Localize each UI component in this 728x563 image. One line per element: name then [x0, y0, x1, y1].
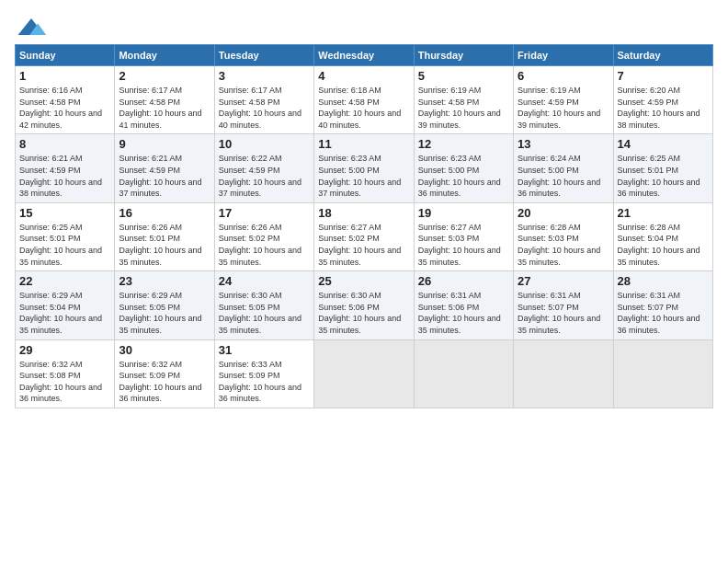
day-info: Sunrise: 6:23 AMSunset: 5:00 PMDaylight:… — [418, 153, 509, 199]
calendar-cell: 26Sunrise: 6:31 AMSunset: 5:06 PMDayligh… — [414, 271, 513, 339]
day-info: Sunrise: 6:32 AMSunset: 5:09 PMDaylight:… — [119, 359, 210, 405]
day-number: 31 — [219, 343, 310, 357]
weekday-header-sunday: Sunday — [16, 45, 115, 66]
day-info: Sunrise: 6:17 AMSunset: 4:58 PMDaylight:… — [119, 85, 210, 131]
calendar-cell — [314, 339, 414, 408]
calendar-cell: 13Sunrise: 6:24 AMSunset: 5:00 PMDayligh… — [514, 134, 613, 202]
calendar-cell: 15Sunrise: 6:25 AMSunset: 5:01 PMDayligh… — [16, 202, 115, 270]
calendar-cell: 28Sunrise: 6:31 AMSunset: 5:07 PMDayligh… — [613, 271, 712, 339]
weekday-header-friday: Friday — [514, 45, 613, 66]
calendar-cell: 9Sunrise: 6:21 AMSunset: 4:59 PMDaylight… — [115, 134, 214, 202]
day-number: 30 — [119, 343, 210, 357]
calendar-cell: 17Sunrise: 6:26 AMSunset: 5:02 PMDayligh… — [214, 202, 313, 270]
calendar-week-4: 22Sunrise: 6:29 AMSunset: 5:04 PMDayligh… — [16, 271, 713, 339]
calendar-cell: 7Sunrise: 6:20 AMSunset: 4:59 PMDaylight… — [613, 66, 712, 134]
day-info: Sunrise: 6:26 AMSunset: 5:01 PMDaylight:… — [119, 222, 210, 268]
calendar-cell: 29Sunrise: 6:32 AMSunset: 5:08 PMDayligh… — [16, 339, 115, 408]
day-info: Sunrise: 6:19 AMSunset: 4:59 PMDaylight:… — [518, 85, 609, 131]
day-number: 5 — [418, 69, 509, 83]
day-number: 17 — [219, 206, 310, 220]
calendar-cell: 21Sunrise: 6:28 AMSunset: 5:04 PMDayligh… — [613, 202, 712, 270]
day-number: 2 — [119, 69, 210, 83]
day-info: Sunrise: 6:31 AMSunset: 5:07 PMDaylight:… — [618, 290, 709, 336]
calendar-cell: 27Sunrise: 6:31 AMSunset: 5:07 PMDayligh… — [514, 271, 613, 339]
day-number: 20 — [518, 206, 609, 220]
day-info: Sunrise: 6:22 AMSunset: 4:59 PMDaylight:… — [219, 153, 310, 199]
day-number: 28 — [618, 274, 709, 288]
day-info: Sunrise: 6:28 AMSunset: 5:04 PMDaylight:… — [618, 222, 709, 268]
weekday-header-tuesday: Tuesday — [214, 45, 313, 66]
logo — [15, 15, 51, 40]
day-number: 9 — [119, 137, 210, 151]
calendar-body: 1Sunrise: 6:16 AMSunset: 4:58 PMDaylight… — [16, 66, 713, 408]
day-info: Sunrise: 6:26 AMSunset: 5:02 PMDaylight:… — [219, 222, 310, 268]
calendar-table: SundayMondayTuesdayWednesdayThursdayFrid… — [15, 44, 713, 408]
day-number: 11 — [318, 137, 409, 151]
day-number: 19 — [418, 206, 509, 220]
day-info: Sunrise: 6:19 AMSunset: 4:58 PMDaylight:… — [418, 85, 509, 131]
day-number: 18 — [318, 206, 409, 220]
calendar-cell: 5Sunrise: 6:19 AMSunset: 4:58 PMDaylight… — [414, 66, 513, 134]
calendar-cell — [414, 339, 513, 408]
calendar-week-1: 1Sunrise: 6:16 AMSunset: 4:58 PMDaylight… — [16, 66, 713, 134]
day-number: 25 — [318, 274, 409, 288]
calendar-cell: 3Sunrise: 6:17 AMSunset: 4:58 PMDaylight… — [214, 66, 313, 134]
day-info: Sunrise: 6:20 AMSunset: 4:59 PMDaylight:… — [618, 85, 709, 131]
calendar-cell: 4Sunrise: 6:18 AMSunset: 4:58 PMDaylight… — [314, 66, 414, 134]
calendar-cell: 19Sunrise: 6:27 AMSunset: 5:03 PMDayligh… — [414, 202, 513, 270]
day-info: Sunrise: 6:31 AMSunset: 5:06 PMDaylight:… — [418, 290, 509, 336]
day-number: 4 — [318, 69, 409, 83]
calendar-cell: 6Sunrise: 6:19 AMSunset: 4:59 PMDaylight… — [514, 66, 613, 134]
day-number: 24 — [219, 274, 310, 288]
calendar-cell: 22Sunrise: 6:29 AMSunset: 5:04 PMDayligh… — [16, 271, 115, 339]
day-number: 10 — [219, 137, 310, 151]
day-number: 8 — [19, 137, 110, 151]
day-info: Sunrise: 6:31 AMSunset: 5:07 PMDaylight:… — [518, 290, 609, 336]
calendar-cell: 23Sunrise: 6:29 AMSunset: 5:05 PMDayligh… — [115, 271, 214, 339]
day-info: Sunrise: 6:32 AMSunset: 5:08 PMDaylight:… — [19, 359, 110, 405]
day-number: 16 — [119, 206, 210, 220]
weekday-header-monday: Monday — [115, 45, 214, 66]
calendar-cell: 20Sunrise: 6:28 AMSunset: 5:03 PMDayligh… — [514, 202, 613, 270]
weekday-header-thursday: Thursday — [414, 45, 513, 66]
day-number: 12 — [418, 137, 509, 151]
calendar-cell: 31Sunrise: 6:33 AMSunset: 5:09 PMDayligh… — [214, 339, 313, 408]
day-info: Sunrise: 6:29 AMSunset: 5:04 PMDaylight:… — [19, 290, 110, 336]
calendar-cell: 10Sunrise: 6:22 AMSunset: 4:59 PMDayligh… — [214, 134, 313, 202]
day-number: 13 — [518, 137, 609, 151]
calendar-header-row: SundayMondayTuesdayWednesdayThursdayFrid… — [16, 45, 713, 66]
day-info: Sunrise: 6:16 AMSunset: 4:58 PMDaylight:… — [19, 85, 110, 131]
day-info: Sunrise: 6:30 AMSunset: 5:05 PMDaylight:… — [219, 290, 310, 336]
day-number: 1 — [19, 69, 110, 83]
calendar-cell: 1Sunrise: 6:16 AMSunset: 4:58 PMDaylight… — [16, 66, 115, 134]
day-number: 27 — [518, 274, 609, 288]
calendar-cell: 8Sunrise: 6:21 AMSunset: 4:59 PMDaylight… — [16, 134, 115, 202]
day-number: 15 — [19, 206, 110, 220]
day-info: Sunrise: 6:21 AMSunset: 4:59 PMDaylight:… — [119, 153, 210, 199]
calendar-cell — [613, 339, 712, 408]
day-number: 7 — [618, 69, 709, 83]
day-number: 6 — [518, 69, 609, 83]
day-number: 23 — [119, 274, 210, 288]
calendar-cell — [514, 339, 613, 408]
day-info: Sunrise: 6:18 AMSunset: 4:58 PMDaylight:… — [318, 85, 409, 131]
day-info: Sunrise: 6:33 AMSunset: 5:09 PMDaylight:… — [219, 359, 310, 405]
day-number: 29 — [19, 343, 110, 357]
calendar-cell: 2Sunrise: 6:17 AMSunset: 4:58 PMDaylight… — [115, 66, 214, 134]
day-info: Sunrise: 6:21 AMSunset: 4:59 PMDaylight:… — [19, 153, 110, 199]
day-info: Sunrise: 6:25 AMSunset: 5:01 PMDaylight:… — [618, 153, 709, 199]
day-info: Sunrise: 6:23 AMSunset: 5:00 PMDaylight:… — [318, 153, 409, 199]
logo-icon — [15, 15, 48, 40]
day-info: Sunrise: 6:30 AMSunset: 5:06 PMDaylight:… — [318, 290, 409, 336]
calendar-week-3: 15Sunrise: 6:25 AMSunset: 5:01 PMDayligh… — [16, 202, 713, 270]
day-number: 26 — [418, 274, 509, 288]
weekday-header-wednesday: Wednesday — [314, 45, 414, 66]
calendar-cell: 25Sunrise: 6:30 AMSunset: 5:06 PMDayligh… — [314, 271, 414, 339]
calendar-cell: 24Sunrise: 6:30 AMSunset: 5:05 PMDayligh… — [214, 271, 313, 339]
day-info: Sunrise: 6:29 AMSunset: 5:05 PMDaylight:… — [119, 290, 210, 336]
day-info: Sunrise: 6:17 AMSunset: 4:58 PMDaylight:… — [219, 85, 310, 131]
day-info: Sunrise: 6:24 AMSunset: 5:00 PMDaylight:… — [518, 153, 609, 199]
calendar-cell: 30Sunrise: 6:32 AMSunset: 5:09 PMDayligh… — [115, 339, 214, 408]
day-number: 21 — [618, 206, 709, 220]
day-number: 3 — [219, 69, 310, 83]
